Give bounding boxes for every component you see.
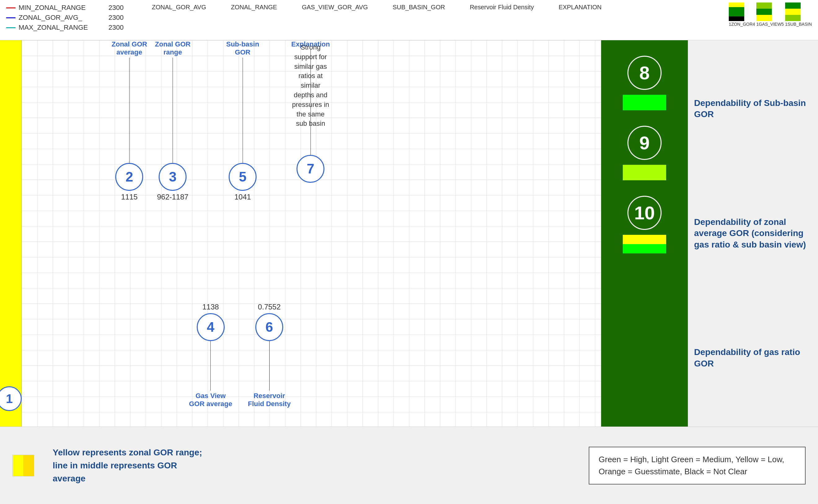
legend-swatch-2 <box>756 2 772 21</box>
right-panel: 8 9 10 <box>601 40 688 427</box>
legend-label-2: 1GAS_VIEW5 <box>756 22 784 27</box>
footer-legend-box: Green = High, Light Green = Medium, Yell… <box>589 447 806 484</box>
right-section-9: 9 <box>623 116 666 186</box>
avg-gor-value: 2300 <box>108 14 133 22</box>
avg-gor-indicator <box>6 17 15 18</box>
content-area: 1 Zonal GORaverage 2 1115 Zonal GORrange… <box>0 40 818 427</box>
annotation-4-label: Gas ViewGOR average <box>189 392 232 408</box>
annotation-2: Zonal GORaverage 2 1115 <box>112 40 147 201</box>
annotation-4: Gas ViewGOR average 4 1138 <box>189 303 232 408</box>
annotation-7: Explanation 7 Strong support for similar… <box>291 40 330 183</box>
annotation-5: Sub-basinGOR 5 1041 <box>226 40 259 201</box>
col-label-6: EXPLANATION <box>559 4 602 11</box>
annotation-6-label: ReservoirFluid Density <box>248 392 291 408</box>
header-row-3: MAX_ZONAL_RANGE 2300 <box>6 24 133 32</box>
badge-9: 9 <box>627 126 662 160</box>
col-label-4: SUB_BASIN_GOR <box>393 4 445 11</box>
max-range-value: 2300 <box>108 24 133 32</box>
far-right-labels: Dependability of Sub-basin GOR Dependabi… <box>688 40 818 427</box>
annotation-2-line <box>129 58 130 163</box>
label-8-text: Dependability of Sub-basin GOR <box>694 98 812 120</box>
annotation-3-line <box>173 58 173 163</box>
label-10-text: Dependability of gas ratio GOR <box>694 347 812 369</box>
badge-8: 8 <box>627 56 662 90</box>
annotation-4-line <box>210 341 211 391</box>
header-col-labels: ZONAL_GOR_AVG ZONAL_RANGE GAS_VIEW_GOR_A… <box>152 4 601 11</box>
label-9-text: Dependability of zonal average GOR (cons… <box>694 217 812 250</box>
badge-2: 2 <box>115 163 143 191</box>
annotation-5-line <box>243 58 243 163</box>
annotation-5-label: Sub-basinGOR <box>226 40 259 56</box>
badge-4: 4 <box>197 313 225 341</box>
main-grid: Zonal GORaverage 2 1115 Zonal GORrange 3… <box>22 40 601 427</box>
footer-legend-text: Green = High, Light Green = Medium, Yell… <box>599 455 784 476</box>
annotation-2-label: Zonal GORaverage <box>112 40 147 56</box>
swatch-group-1: 1ZON_GOR4 <box>729 2 755 27</box>
footer-swatch <box>12 455 34 476</box>
min-range-value: 2300 <box>108 4 133 12</box>
max-range-label: MAX_ZONAL_RANGE <box>19 24 105 32</box>
badge-5: 5 <box>229 163 257 191</box>
swatch-8 <box>623 95 666 110</box>
header-legend-swatches: 1ZON_GOR4 1GAS_VIEW5 1SUB_BASIN <box>729 2 812 27</box>
annotation-3: Zonal GORrange 3 962-1187 <box>155 40 191 201</box>
legend-swatch-3 <box>785 2 801 21</box>
badge-6: 6 <box>255 313 283 341</box>
swatch-group-3: 1SUB_BASIN <box>785 2 812 27</box>
left-yellow-strip: 1 <box>0 40 22 427</box>
swatch-group-2: 1GAS_VIEW5 <box>756 2 784 27</box>
badge-10: 10 <box>627 196 662 230</box>
annotation-3-label: Zonal GORrange <box>155 40 191 56</box>
header-row: MIN_ZONAL_RANGE 2300 ZONAL_GOR_AVG_ 2300… <box>0 0 818 40</box>
header-labels-left: MIN_ZONAL_RANGE 2300 ZONAL_GOR_AVG_ 2300… <box>6 4 133 32</box>
avg-gor-label: ZONAL_GOR_AVG_ <box>19 14 105 22</box>
max-range-indicator <box>6 27 15 28</box>
header-row-2: ZONAL_GOR_AVG_ 2300 <box>6 14 133 22</box>
annotation-5-value: 1041 <box>234 193 251 201</box>
main-wrapper: MIN_ZONAL_RANGE 2300 ZONAL_GOR_AVG_ 2300… <box>0 0 818 504</box>
badge-3: 3 <box>159 163 187 191</box>
min-range-label: MIN_ZONAL_RANGE <box>19 4 105 12</box>
right-section-10: 10 <box>623 186 666 260</box>
annotation-6: ReservoirFluid Density 6 0.7552 <box>248 303 291 408</box>
col-label-3: GAS_VIEW_GOR_AVG <box>302 4 368 11</box>
badge-1: 1 <box>0 386 22 411</box>
swatch-10 <box>623 235 666 253</box>
annotation-2-value: 1115 <box>121 193 138 201</box>
footer-swatch-description: Yellow represents zonal GOR range; line … <box>53 446 208 485</box>
label-section-9: Dependability of zonal average GOR (cons… <box>694 171 812 296</box>
header-row-1: MIN_ZONAL_RANGE 2300 <box>6 4 133 12</box>
col-label-1: ZONAL_GOR_AVG <box>152 4 206 11</box>
footer-row: Yellow represents zonal GOR range; line … <box>0 427 818 504</box>
explanation-text: Strong support for similar gas ratios at… <box>291 43 330 129</box>
badge-7: 7 <box>297 155 324 183</box>
legend-label-1: 1ZON_GOR4 <box>729 22 755 27</box>
col-label-5: Reservoir Fluid Density <box>470 4 534 11</box>
legend-swatch-1 <box>729 2 744 21</box>
annotation-3-value: 962-1187 <box>157 193 188 201</box>
annotation-6-value: 0.7552 <box>258 303 280 311</box>
annotation-4-value: 1138 <box>202 303 219 311</box>
right-section-8: 8 <box>623 46 666 116</box>
min-range-indicator <box>6 7 15 8</box>
label-section-8: Dependability of Sub-basin GOR <box>694 46 812 171</box>
swatch-9 <box>623 165 666 180</box>
col-label-2: ZONAL_RANGE <box>231 4 277 11</box>
label-section-10: Dependability of gas ratio GOR <box>694 296 812 420</box>
legend-label-3: 1SUB_BASIN <box>785 22 812 27</box>
annotation-6-line <box>269 341 270 391</box>
